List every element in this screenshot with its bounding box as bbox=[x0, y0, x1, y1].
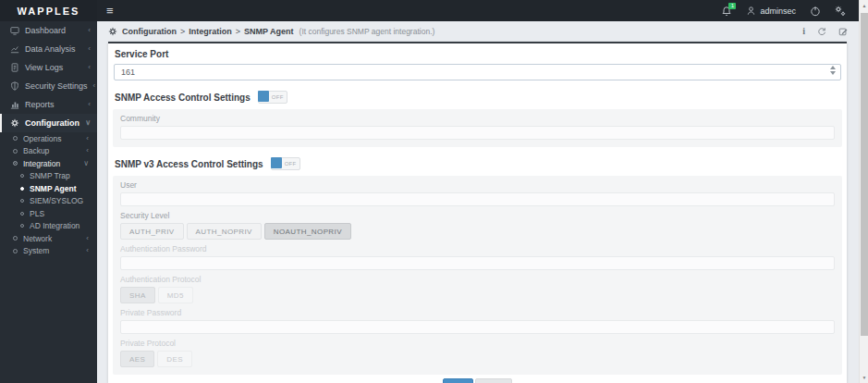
bar-chart-icon bbox=[10, 100, 19, 109]
topbar-right-group: 1 adminsec bbox=[721, 6, 859, 17]
snmp-v3-label: SNMP v3 Access Control Settings bbox=[115, 159, 263, 169]
scrollbar-thumb[interactable] bbox=[861, 13, 868, 336]
snmp-v3-toggle[interactable]: OFF bbox=[271, 157, 300, 170]
breadcrumb-item: Configuration bbox=[122, 27, 177, 36]
stepper-down-icon[interactable] bbox=[830, 71, 836, 75]
sidebar-item-view-logs[interactable]: View Logs ‹ bbox=[0, 58, 97, 77]
sidebar-item-snmp-agent[interactable]: SNMP Agent bbox=[0, 182, 97, 195]
info-icon[interactable]: i bbox=[802, 27, 805, 36]
snmp-access-label: SNMP Access Control Settings bbox=[115, 93, 251, 103]
sidebar-item-label: View Logs bbox=[25, 63, 82, 72]
refresh-icon[interactable] bbox=[817, 27, 826, 36]
stepper-up-icon[interactable] bbox=[830, 66, 836, 69]
des-button: DES bbox=[157, 351, 192, 367]
chevron-down-icon: ∨ bbox=[83, 160, 89, 167]
snmp-access-toggle[interactable]: OFF bbox=[258, 91, 287, 104]
shield-icon bbox=[10, 81, 19, 91]
service-port-field bbox=[114, 62, 841, 80]
toggle-state-label: OFF bbox=[282, 158, 300, 169]
snmp-v3-panel: User Security Level AUTH_PRIV AUTH_NOPRI… bbox=[113, 176, 842, 375]
sidebar-item-configuration[interactable]: Configuration ∨ bbox=[0, 114, 97, 132]
document-icon bbox=[10, 63, 19, 72]
chevron-left-icon: ‹ bbox=[86, 247, 89, 254]
breadcrumb-bar: Configuration>Integration>SNMP Agent (It… bbox=[97, 21, 859, 42]
auth-priv-button[interactable]: AUTH_PRIV bbox=[120, 223, 184, 240]
monitor-icon bbox=[10, 26, 19, 35]
sidebar-item-data-analysis[interactable]: Data Analysis ‹ bbox=[0, 40, 97, 58]
sidebar-item-ad-integration[interactable]: AD Integration bbox=[0, 220, 97, 233]
scroll-down-icon[interactable]: ▼ bbox=[860, 375, 868, 380]
sidebar-item-label: Dashboard bbox=[25, 26, 82, 35]
secondary-action-button[interactable] bbox=[475, 378, 512, 383]
security-level-options: AUTH_PRIV AUTH_NOPRIV NOAUTH_NOPRIV bbox=[120, 223, 835, 240]
noauth-nopriv-button[interactable]: NOAUTH_NOPRIV bbox=[264, 223, 351, 240]
user-label: User bbox=[120, 181, 835, 190]
toggle-knob bbox=[258, 91, 269, 102]
line-chart-icon bbox=[10, 44, 19, 54]
gears-icon[interactable] bbox=[835, 6, 846, 17]
auth-nopriv-button[interactable]: AUTH_NOPRIV bbox=[187, 223, 262, 240]
aes-button: AES bbox=[120, 351, 154, 367]
sidebar-item-system[interactable]: System ‹ bbox=[0, 245, 97, 258]
private-protocol-options: AES DES bbox=[120, 351, 835, 367]
breadcrumb-separator: > bbox=[180, 27, 185, 36]
sidebar-item-label: System bbox=[23, 246, 49, 255]
sidebar: WAPPLES Dashboard ‹ Data Analysis ‹ View… bbox=[0, 0, 97, 383]
user-menu[interactable]: adminsec bbox=[746, 6, 796, 16]
gear-icon bbox=[10, 118, 19, 128]
community-input bbox=[120, 126, 835, 140]
sidebar-item-label: Data Analysis bbox=[25, 44, 82, 54]
snmp-agent-form: Service Port SNMP Access Control Setting… bbox=[108, 42, 847, 383]
service-port-input[interactable] bbox=[114, 64, 841, 80]
sidebar-item-snmp-trap[interactable]: SNMP Trap bbox=[0, 170, 97, 183]
sidebar-item-integration[interactable]: Integration ∨ bbox=[0, 157, 97, 170]
sidebar-item-security-settings[interactable]: Security Settings ‹ bbox=[0, 77, 97, 95]
page-action-icons: i bbox=[802, 27, 848, 36]
snmp-access-section-header: SNMP Access Control Settings OFF bbox=[115, 91, 840, 104]
sidebar-item-reports[interactable]: Reports ‹ bbox=[0, 95, 97, 114]
circle-icon bbox=[20, 212, 24, 216]
circle-icon bbox=[13, 136, 18, 141]
sidebar-item-label: SNMP Agent bbox=[30, 184, 77, 193]
sidebar-item-pls[interactable]: PLS bbox=[0, 207, 97, 220]
notifications-button[interactable]: 1 bbox=[721, 6, 732, 17]
brand-logo: WAPPLES bbox=[0, 0, 97, 21]
circle-icon bbox=[20, 224, 24, 228]
chevron-down-icon: ∨ bbox=[85, 119, 91, 127]
chevron-left-icon: ‹ bbox=[86, 235, 89, 242]
sidebar-item-operations[interactable]: Operations ‹ bbox=[0, 132, 97, 145]
sidebar-item-label: Security Settings bbox=[25, 81, 88, 91]
sidebar-item-label: Operations bbox=[23, 134, 62, 143]
number-stepper[interactable] bbox=[830, 66, 836, 75]
primary-action-button[interactable] bbox=[443, 378, 473, 383]
circle-icon bbox=[13, 236, 18, 241]
snmp-v3-section-header: SNMP v3 Access Control Settings OFF bbox=[115, 157, 840, 170]
sidebar-item-label: Network bbox=[23, 234, 52, 243]
private-password-label: Private Password bbox=[120, 309, 835, 317]
power-icon[interactable] bbox=[810, 6, 821, 17]
top-bar: ≡ 1 adminsec bbox=[97, 0, 859, 21]
form-action-buttons bbox=[108, 378, 847, 383]
private-protocol-label: Private Protocol bbox=[120, 340, 835, 348]
security-level-label: Security Level bbox=[120, 212, 835, 220]
breadcrumb-separator: > bbox=[236, 27, 240, 36]
chevron-left-icon: ‹ bbox=[88, 27, 91, 34]
menu-toggle-icon[interactable]: ≡ bbox=[97, 4, 123, 18]
username-label: adminsec bbox=[760, 6, 796, 16]
sidebar-item-label: PLS bbox=[30, 209, 44, 218]
breadcrumb-item: SNMP Agent bbox=[244, 27, 294, 36]
sidebar-item-network[interactable]: Network ‹ bbox=[0, 232, 97, 245]
vertical-scrollbar[interactable]: ▲ ▼ bbox=[859, 0, 868, 383]
snmp-access-panel: Community bbox=[113, 109, 842, 147]
sidebar-item-backup[interactable]: Backup ‹ bbox=[0, 145, 97, 158]
breadcrumb: Configuration>Integration>SNMP Agent bbox=[122, 27, 294, 36]
sidebar-item-label: SNMP Trap bbox=[30, 171, 70, 180]
filled-circle-icon bbox=[20, 187, 24, 191]
sha-button: SHA bbox=[120, 287, 155, 303]
edit-icon[interactable] bbox=[838, 27, 848, 36]
sidebar-item-siem-syslog[interactable]: SIEM/SYSLOG bbox=[0, 195, 97, 208]
toggle-state-label: OFF bbox=[269, 92, 287, 103]
auth-protocol-label: Authentication Protocol bbox=[120, 276, 835, 284]
sidebar-item-dashboard[interactable]: Dashboard ‹ bbox=[0, 21, 97, 40]
scroll-up-icon[interactable]: ▲ bbox=[860, 3, 868, 8]
